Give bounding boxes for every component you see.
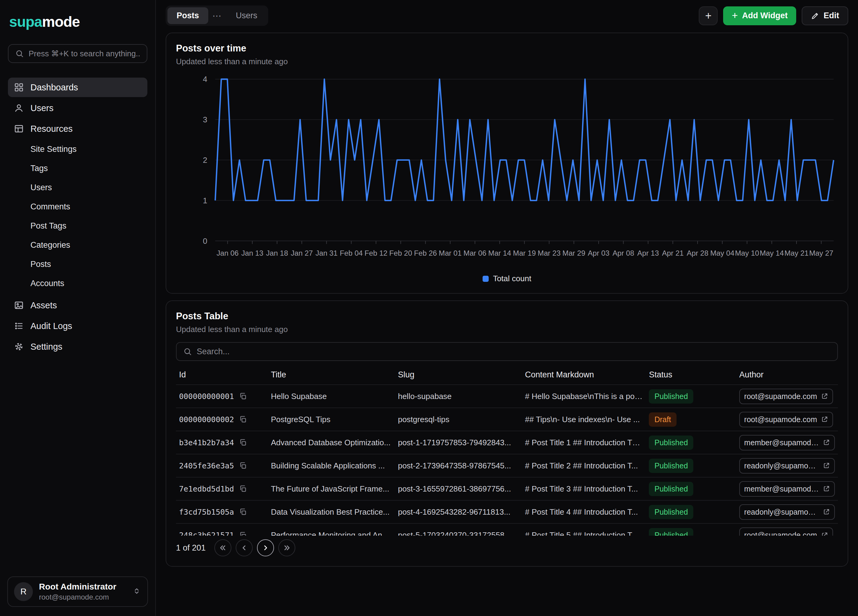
add-widget-button[interactable]: + Add Widget [723,6,796,25]
svg-text:May 27: May 27 [809,249,833,257]
sidebar-subitem-posts[interactable]: Posts [8,255,148,274]
copy-icon[interactable] [239,439,247,447]
plus-icon: + [705,10,712,21]
sidebar-item-resources[interactable]: Resources [8,119,148,138]
svg-text:Jan 27: Jan 27 [291,249,313,257]
sidebar-subitem-accounts[interactable]: Accounts [8,274,148,293]
sidebar-item-settings[interactable]: Settings [8,337,148,356]
svg-text:Apr 08: Apr 08 [612,249,634,257]
svg-text:Apr 03: Apr 03 [588,249,609,257]
search-icon [15,49,24,58]
posts-table-card: Posts Table Updated less than a minute a… [166,300,848,567]
edit-button[interactable]: Edit [802,6,848,25]
copy-icon[interactable] [239,508,247,516]
post-title: Advanced Database Optimizatio... [271,438,391,447]
chevron-up-down-icon [132,587,141,597]
post-title: Performance Monitoring and An... [271,531,389,536]
post-slug: post-4-1692543282-96711813... [398,507,511,517]
table-row[interactable]: 248c3b621571Performance Monitoring and A… [176,523,838,536]
sidebar-subitem-comments[interactable]: Comments [8,197,148,216]
first-page-button[interactable] [214,539,232,556]
sidebar-item-dashboards[interactable]: Dashboards [8,78,148,97]
status-badge: Published [649,505,693,519]
post-title: The Future of JavaScript Frame... [271,484,389,493]
table-row[interactable]: 2405fe36e3a5Building Scalable Applicatio… [176,454,838,477]
post-content: # Post Title 2 ## Introduction T... [525,461,638,470]
table-row[interactable]: 000000000002PostgreSQL Tipspostgresql-ti… [176,408,838,431]
sidebar-subitem-categories[interactable]: Categories [8,236,148,255]
copy-icon[interactable] [239,392,247,400]
previous-page-button[interactable] [236,539,253,556]
copy-icon[interactable] [239,416,247,424]
add-tab-button[interactable]: + [699,6,718,25]
svg-text:Feb 26: Feb 26 [414,249,437,257]
svg-text:Mar 01: Mar 01 [439,249,462,257]
post-content: # Post Title 1 ## Introduction Th... [525,438,643,447]
post-slug: post-1-1719757853-79492843... [398,438,511,447]
post-slug: hello-supabase [398,392,452,401]
author-link[interactable]: readonly@supamode.com [739,504,835,520]
search-icon [183,347,192,356]
post-id: b3e41b2b7a34 [179,438,234,447]
copy-icon[interactable] [239,485,247,493]
svg-text:Mar 14: Mar 14 [488,249,511,257]
svg-text:Feb 20: Feb 20 [389,249,412,257]
page-count: 1 of 201 [176,543,206,553]
copy-icon[interactable] [239,462,247,470]
svg-text:Jan 31: Jan 31 [316,249,337,257]
next-page-button[interactable] [257,539,274,556]
svg-text:4: 4 [203,74,207,84]
global-search[interactable] [8,44,148,63]
sidebar-subitem-tags[interactable]: Tags [8,159,148,178]
status-badge: Published [649,389,693,403]
svg-text:Feb 12: Feb 12 [364,249,387,257]
brand-logo-secondary: mode [42,14,80,30]
chart-updated-text: Updated less than a minute ago [176,57,838,66]
sidebar-item-audit-logs[interactable]: Audit Logs [8,316,148,336]
list-icon [14,321,24,331]
table-search-input[interactable] [197,347,831,356]
table-row[interactable]: f3cd75b1505aData Visualization Best Prac… [176,500,838,523]
user-menu[interactable]: R Root Administrator root@supamode.com [7,576,148,607]
external-link-icon [821,416,828,423]
post-title: Data Visualization Best Practice... [271,507,390,517]
post-title: Hello Supabase [271,392,327,401]
sidebar-subitem-post-tags[interactable]: Post Tags [8,216,148,236]
post-id: 2405fe36e3a5 [179,461,234,470]
pencil-icon [811,12,819,20]
author-link[interactable]: root@supamode.com [739,389,833,404]
topbar: Posts ⋯ Users + + Add Widget Edit [166,5,848,26]
user-icon [14,103,24,113]
author-link[interactable]: member@supamode.com [739,481,835,497]
author-link[interactable]: root@supamode.com [739,528,833,536]
table-row[interactable]: b3e41b2b7a34Advanced Database Optimizati… [176,431,838,454]
copy-icon[interactable] [239,531,247,536]
author-link[interactable]: member@supamode.com [739,435,835,450]
sidebar-item-users[interactable]: Users [8,98,148,118]
tabs-overflow-button[interactable]: ⋯ [208,10,227,21]
author-link[interactable]: root@supamode.com [739,412,833,427]
sidebar-subitem-site-settings[interactable]: Site Settings [8,140,148,159]
svg-text:Mar 19: Mar 19 [513,249,536,257]
post-slug: post-2-1739647358-97867545... [398,461,511,470]
post-slug: post-3-1655972861-38697756... [398,484,511,493]
resources-subnav: Site Settings Tags Users Comments Post T… [8,140,148,293]
brand-logo[interactable]: supamode [8,13,148,30]
brand-logo-primary: supa [9,14,42,30]
column-header-title: Title [268,365,395,385]
post-id: 248c3b621571 [179,531,234,536]
author-link[interactable]: readonly@supamode.com [739,458,835,473]
post-content: # Post Title 5 ## Introduction T... [525,531,638,536]
tab-posts[interactable]: Posts [168,7,208,24]
table-row[interactable]: 000000000001Hello Supabasehello-supabase… [176,385,838,408]
tab-users[interactable]: Users [227,7,267,24]
svg-text:Jan 06: Jan 06 [216,249,238,257]
sidebar-subitem-users[interactable]: Users [8,178,148,197]
sidebar-item-assets[interactable]: Assets [8,296,148,315]
global-search-input[interactable] [29,49,140,59]
table-search[interactable] [176,342,838,361]
svg-text:May 14: May 14 [760,249,784,257]
table-row[interactable]: 7e1edbd5d1bdThe Future of JavaScript Fra… [176,477,838,500]
status-badge: Published [649,459,693,473]
last-page-button[interactable] [278,539,295,556]
